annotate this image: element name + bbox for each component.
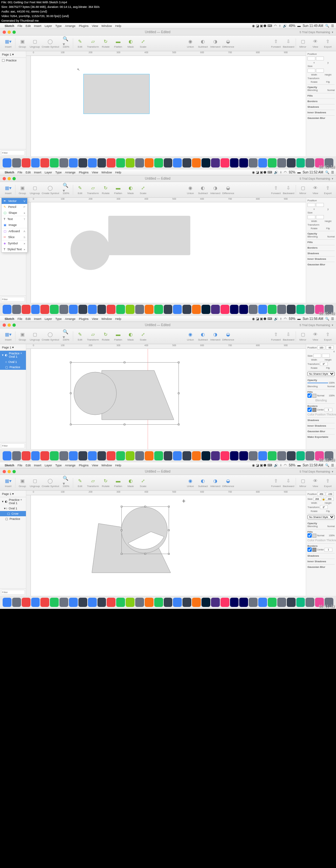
dock-app[interactable] [69,451,78,460]
pos-x[interactable] [307,57,315,60]
dock-app[interactable] [211,598,220,607]
page-selector[interactable]: Page 1 ▾ [0,51,26,58]
dock-app[interactable] [305,598,314,607]
layer-combo[interactable]: ▾◐Practice + Oval 1 [0,351,26,359]
dock-app[interactable] [88,305,97,314]
intersect-tool[interactable]: ◑Intersect [210,185,221,195]
dock-app[interactable] [249,305,258,314]
dock-app[interactable] [107,598,115,607]
mirror-tool[interactable]: ▢Mirror [297,331,308,341]
menu-plugins[interactable]: Plugins [79,464,89,467]
union-tool[interactable]: ◉Union [185,477,196,488]
close-button[interactable] [3,177,6,180]
mask-tool[interactable]: ◐Mask [125,38,136,48]
dock-app[interactable] [59,305,68,314]
forward-tool[interactable]: ⇧Forward [270,331,281,341]
menu-type[interactable]: Type [56,24,62,28]
menu-window[interactable]: Window [101,171,112,174]
symbol-tool[interactable]: ◯Create Symbol [42,185,59,195]
dock-ae[interactable] [239,598,248,607]
rotate-tool[interactable]: ↻Rotate [100,331,111,341]
insert-symbol[interactable]: ◈Symbol▸ [2,240,27,246]
edit-tool[interactable]: ✎Edit [74,331,86,341]
layer-practice[interactable]: Practice [0,58,26,63]
clock[interactable]: Sun 11:58 AM [303,463,323,467]
dock-app[interactable] [268,598,277,607]
insert-styled[interactable]: TStyled Text▸ [2,246,27,252]
subtract-tool[interactable]: ◐Subtract [197,185,208,195]
dock-app[interactable] [126,305,135,314]
difference-tool[interactable]: ◒Difference [222,477,234,488]
menu-window[interactable]: Window [101,24,112,28]
menu-help[interactable]: Help [115,317,122,320]
insert-tool[interactable]: ▦▾Insert [3,185,14,195]
menu-layer[interactable]: Layer [45,171,52,174]
backward-tool[interactable]: ⇩Backward [283,477,294,488]
maximize-button[interactable] [12,31,16,34]
dock-app[interactable] [78,598,87,607]
layer-practice[interactable]: ▢Practice [0,365,26,370]
dock-id[interactable] [221,451,229,460]
mask-tool[interactable]: ◐Mask [125,331,136,341]
dock-app[interactable] [116,305,125,314]
subtract-tool[interactable]: ◐Subtract [197,331,208,341]
dock-pr[interactable] [230,598,239,607]
dock-app[interactable] [154,451,163,460]
volume-icon[interactable]: 🔊 [274,463,278,467]
app-name[interactable]: Sketch [5,24,14,28]
border-swatch[interactable] [312,548,316,552]
dock-app[interactable] [126,598,135,607]
dock-app[interactable] [296,598,305,607]
dock-app[interactable] [173,305,182,314]
group-tool[interactable]: ▣Group [17,38,28,48]
dock-app[interactable] [59,451,68,460]
dock-app[interactable] [22,451,31,460]
edit-tool[interactable]: ✎Edit [74,185,86,195]
dock-pr[interactable] [230,305,239,314]
dock-ae[interactable] [239,451,248,460]
view-tool[interactable]: 👁View [310,38,321,48]
dock[interactable] [0,596,336,609]
menu-view[interactable]: View [92,317,98,320]
dock-app[interactable] [164,598,173,607]
scale-tool[interactable]: ⤢Scale [137,185,148,195]
layer-oval[interactable]: ▾○Oval 1 [0,506,26,511]
dock-app[interactable] [22,158,31,167]
canvas[interactable]: 0100200300400500600700800900 ✛ [26,491,306,596]
dock-ps[interactable] [201,158,210,167]
dock-finder[interactable] [3,451,11,460]
dock-app[interactable] [135,158,144,167]
menu-help[interactable]: Help [115,171,122,174]
ungroup-tool[interactable]: ▢Ungroup [29,331,40,341]
dock-app[interactable] [277,305,286,314]
dock-id[interactable] [221,158,229,167]
size-w[interactable] [313,497,321,501]
group-tool[interactable]: ▣Group [17,477,28,488]
size-h[interactable] [316,69,324,72]
dock-app[interactable] [40,158,49,167]
dock-app[interactable] [78,305,87,314]
dock[interactable] [0,156,336,169]
ungroup-tool[interactable]: ▢Ungroup [29,477,40,488]
dock-app[interactable] [277,598,286,607]
dock-app[interactable] [40,451,49,460]
bluetooth-icon[interactable]: ᚼ [280,317,282,320]
bluetooth-icon[interactable]: ᚼ [280,170,282,174]
menu-plugins[interactable]: Plugins [79,317,89,320]
pos-y[interactable] [326,492,334,496]
dock-ps[interactable] [201,598,210,607]
menu-file[interactable]: File [18,24,23,28]
union-tool[interactable]: ◉Union [185,38,196,48]
menu-layer[interactable]: Layer [45,464,52,467]
ungroup-tool[interactable]: ▢Ungroup [29,38,40,48]
dock-app[interactable] [31,451,40,460]
zoom-tool[interactable]: 🔍▾100% [60,477,71,488]
dock-app[interactable] [135,451,144,460]
dock-app[interactable] [88,451,97,460]
scale-tool[interactable]: ⤢Scale [137,331,148,341]
dock-ae[interactable] [239,158,248,167]
dock-app[interactable] [173,158,182,167]
dock-app[interactable] [78,451,87,460]
dock-app[interactable] [135,305,144,314]
view-tool[interactable]: 👁View [310,477,321,488]
